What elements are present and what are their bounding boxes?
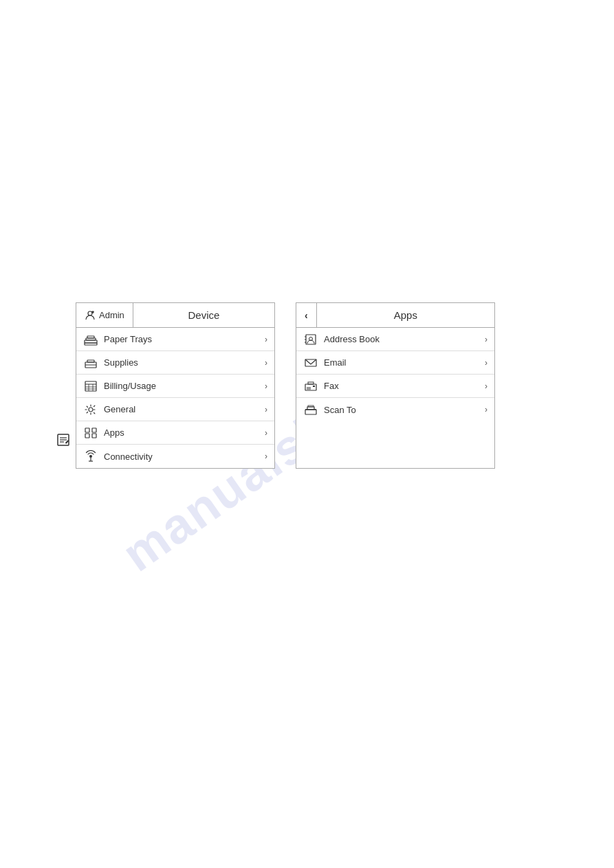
device-panel-header: Admin Device bbox=[76, 303, 274, 328]
apps-title: Apps bbox=[317, 309, 494, 321]
svg-point-15 bbox=[89, 408, 93, 412]
svg-rect-34 bbox=[305, 410, 316, 414]
menu-item-address-book[interactable]: Address Book › bbox=[296, 328, 494, 351]
scan-icon bbox=[303, 402, 318, 417]
svg-rect-16 bbox=[85, 428, 89, 432]
paper-trays-icon bbox=[83, 332, 98, 347]
device-title: Device bbox=[133, 309, 274, 321]
device-panel: Admin Device Paper Trays › bbox=[76, 302, 275, 469]
panels-container: Admin Device Paper Trays › bbox=[76, 302, 495, 469]
apps-chevron: › bbox=[265, 428, 267, 438]
connectivity-chevron: › bbox=[265, 452, 267, 461]
fax-icon bbox=[303, 379, 318, 394]
address-book-label: Address Book bbox=[324, 334, 485, 344]
paper-trays-chevron: › bbox=[265, 335, 267, 344]
menu-item-general[interactable]: General › bbox=[76, 398, 274, 421]
menu-item-paper-trays[interactable]: Paper Trays › bbox=[76, 328, 274, 351]
address-book-icon bbox=[303, 332, 318, 347]
admin-icon bbox=[85, 310, 96, 321]
back-chevron: ‹ bbox=[305, 310, 308, 321]
svg-rect-19 bbox=[92, 434, 96, 438]
admin-tab[interactable]: Admin bbox=[76, 303, 133, 327]
menu-item-email[interactable]: Email › bbox=[296, 351, 494, 375]
svg-rect-30 bbox=[308, 382, 314, 384]
general-label: General bbox=[104, 404, 265, 414]
admin-label: Admin bbox=[99, 310, 124, 320]
apps-label: Apps bbox=[104, 427, 265, 438]
fax-chevron: › bbox=[485, 381, 487, 391]
billing-icon bbox=[83, 379, 98, 394]
menu-item-scan-to[interactable]: Scan To › bbox=[296, 398, 494, 421]
svg-rect-18 bbox=[85, 434, 89, 438]
svg-rect-36 bbox=[308, 405, 314, 407]
svg-rect-9 bbox=[85, 381, 96, 391]
address-book-chevron: › bbox=[485, 335, 487, 344]
supplies-label: Supplies bbox=[104, 357, 265, 368]
apps-panel-header: ‹ Apps bbox=[296, 303, 494, 328]
svg-rect-5 bbox=[87, 336, 94, 338]
connectivity-label: Connectivity bbox=[104, 452, 265, 462]
paper-trays-label: Paper Trays bbox=[104, 334, 265, 344]
menu-item-connectivity[interactable]: Connectivity › bbox=[76, 445, 274, 468]
billing-chevron: › bbox=[265, 381, 267, 391]
supplies-chevron: › bbox=[265, 358, 267, 368]
billing-label: Billing/Usage bbox=[104, 381, 265, 391]
menu-item-supplies[interactable]: Supplies › bbox=[76, 351, 274, 375]
apps-panel: ‹ Apps Address Book › bbox=[296, 302, 495, 469]
note-icon bbox=[56, 433, 70, 447]
fax-label: Fax bbox=[324, 381, 485, 391]
svg-rect-3 bbox=[85, 343, 97, 345]
menu-item-apps[interactable]: Apps › bbox=[76, 421, 274, 445]
svg-rect-7 bbox=[87, 360, 94, 362]
apps-icon bbox=[83, 425, 98, 441]
svg-rect-17 bbox=[92, 428, 96, 432]
email-icon bbox=[303, 355, 318, 370]
email-label: Email bbox=[324, 357, 485, 368]
email-chevron: › bbox=[485, 358, 487, 368]
svg-rect-2 bbox=[85, 340, 97, 343]
menu-item-billing[interactable]: Billing/Usage › bbox=[76, 375, 274, 398]
scan-to-chevron: › bbox=[485, 405, 487, 414]
menu-item-fax[interactable]: Fax › bbox=[296, 375, 494, 398]
svg-rect-31 bbox=[313, 386, 315, 387]
scan-to-label: Scan To bbox=[324, 405, 485, 415]
svg-point-20 bbox=[89, 455, 92, 458]
connectivity-icon bbox=[83, 449, 98, 464]
gear-icon bbox=[83, 402, 98, 417]
supplies-icon bbox=[83, 355, 98, 370]
general-chevron: › bbox=[265, 405, 267, 414]
back-button[interactable]: ‹ bbox=[296, 303, 317, 327]
